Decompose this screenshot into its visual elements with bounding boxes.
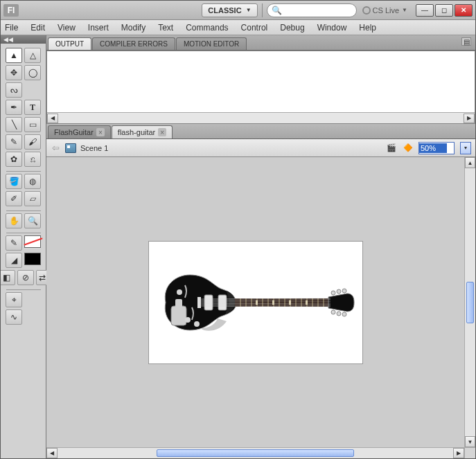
svg-point-34 [342,312,346,316]
guitar-image [152,264,360,341]
menu-view[interactable]: View [58,23,76,33]
free-transform-tool[interactable]: ✥ [6,65,22,80]
doc-tab-flash-guitar[interactable]: flash-guitar × [112,125,173,138]
svg-rect-0 [171,306,186,325]
scene-icon [65,143,76,153]
vscroll-thumb[interactable] [466,282,474,323]
maximize-button[interactable]: ◻ [435,4,453,17]
scroll-right-button[interactable]: ▶ [464,114,475,123]
svg-rect-4 [197,297,201,308]
scroll-up-button[interactable]: ▲ [465,157,475,168]
edit-scene-button[interactable]: 🎬 [385,142,398,154]
svg-rect-3 [218,295,227,310]
hscroll-track[interactable] [58,448,453,458]
chevron-down-icon: ▼ [402,7,407,13]
stroke-color-swatch[interactable] [24,235,41,248]
cs-live-button[interactable]: CS Live ▼ [362,6,407,15]
search-field[interactable]: 🔍 [267,3,357,17]
separator [6,171,41,172]
panel-menu-button[interactable]: ▤ [461,37,471,46]
zoom-dropdown[interactable]: ▾ [460,142,471,154]
scroll-track[interactable] [58,114,464,123]
svg-rect-1 [175,299,182,309]
text-tool[interactable]: T [24,100,41,115]
pen-tool[interactable]: ✒ [6,100,22,115]
scroll-left-button[interactable]: ◀ [46,448,58,458]
black-white-button[interactable]: ◧ [0,270,15,285]
scrollbar-corner [464,447,475,458]
snap-button[interactable]: ⌖ [6,292,22,307]
menu-bar: File Edit View Insert Modify Text Comman… [1,20,475,35]
hscroll-thumb[interactable] [157,449,355,457]
separator [6,210,41,211]
close-tab-icon[interactable]: × [158,128,166,136]
close-button[interactable]: ✕ [455,4,473,17]
minimize-button[interactable]: — [416,4,434,17]
menu-debug[interactable]: Debug [280,23,304,33]
rectangle-tool[interactable]: ▭ [24,117,41,132]
zoom-tool[interactable]: 🔍 [24,213,41,228]
lasso-tool[interactable]: ᔓ [6,82,22,98]
doc-tab-label: FlashGuitar [54,128,94,136]
subselection-tool[interactable]: △ [24,48,41,63]
ink-bottle-tool[interactable]: ◍ [24,174,41,189]
output-panel: ◀ ▶ [46,51,475,124]
svg-rect-2 [204,295,213,310]
edit-symbols-button[interactable]: 🔶 [402,142,414,154]
panel-tabs: OUTPUT COMPILER ERRORS MOTION EDITOR ▤ [46,35,475,51]
search-icon: 🔍 [272,6,282,15]
scroll-left-button[interactable]: ◀ [47,114,58,123]
pencil-tool[interactable]: ✎ [6,134,22,150]
workspace-dropdown[interactable]: CLASSIC ▼ [202,3,257,17]
hand-tool[interactable]: ✋ [6,213,22,228]
menu-file[interactable]: File [5,23,18,33]
vertical-scrollbar[interactable]: ▲ ▼ [464,157,475,447]
eyedropper-tool[interactable]: ✐ [6,191,22,206]
no-color-button[interactable]: ⊘ [17,270,34,285]
output-hscrollbar[interactable]: ◀ ▶ [47,112,475,123]
zoom-input[interactable] [419,143,447,153]
selection-tool[interactable]: ▲ [6,48,22,63]
scroll-down-button[interactable]: ▼ [465,436,475,447]
stage-viewport[interactable] [46,157,464,447]
close-tab-icon[interactable]: × [96,128,105,136]
menu-control[interactable]: Control [241,23,268,33]
separator [262,3,263,17]
fill-bucket-icon: ◢ [6,253,22,268]
svg-rect-28 [306,300,308,305]
scene-label: Scene 1 [80,144,108,152]
line-tool[interactable]: ╲ [6,117,22,132]
menu-insert[interactable]: Insert [88,23,109,33]
doc-tab-flashguitar[interactable]: FlashGuitar × [48,125,111,138]
scroll-right-button[interactable]: ▶ [453,448,464,458]
workspace-label: CLASSIC [208,6,241,15]
zoom-field[interactable] [418,142,455,154]
back-button[interactable]: ⇦ [51,143,61,153]
menu-edit[interactable]: Edit [30,23,45,33]
menu-window[interactable]: Window [317,23,347,33]
menu-text[interactable]: Text [158,23,173,33]
horizontal-scrollbar[interactable]: ◀ ▶ [46,447,464,458]
smooth-button[interactable]: ∿ [6,309,22,325]
bone-tool[interactable]: ⎌ [24,152,41,167]
svg-point-30 [337,289,341,294]
workspace: OUTPUT COMPILER ERRORS MOTION EDITOR ▤ ◀… [46,35,475,458]
3d-rotation-tool[interactable]: ◯ [24,65,41,80]
menu-commands[interactable]: Commands [186,23,228,33]
vscroll-track[interactable] [465,168,475,436]
deco-tool[interactable]: ✿ [6,152,22,167]
panel-collapse-bar[interactable]: ◀◀ [1,35,46,44]
stage-canvas [149,242,362,363]
search-input[interactable] [284,6,352,15]
tab-compiler-errors[interactable]: COMPILER ERRORS [92,37,175,50]
edit-bar: ⇦ Scene 1 🎬 🔶 ▾ [46,139,475,157]
tab-output[interactable]: OUTPUT [48,37,91,50]
fill-color-swatch[interactable] [24,253,41,265]
menu-modify[interactable]: Modify [121,23,146,33]
paint-bucket-tool[interactable]: 🪣 [6,174,22,189]
eraser-tool[interactable]: ▱ [24,191,41,206]
window-buttons: — ◻ ✕ [414,4,473,17]
tab-motion-editor[interactable]: MOTION EDITOR [176,37,247,50]
brush-tool[interactable]: 🖌 [24,134,41,150]
menu-help[interactable]: Help [359,23,376,33]
